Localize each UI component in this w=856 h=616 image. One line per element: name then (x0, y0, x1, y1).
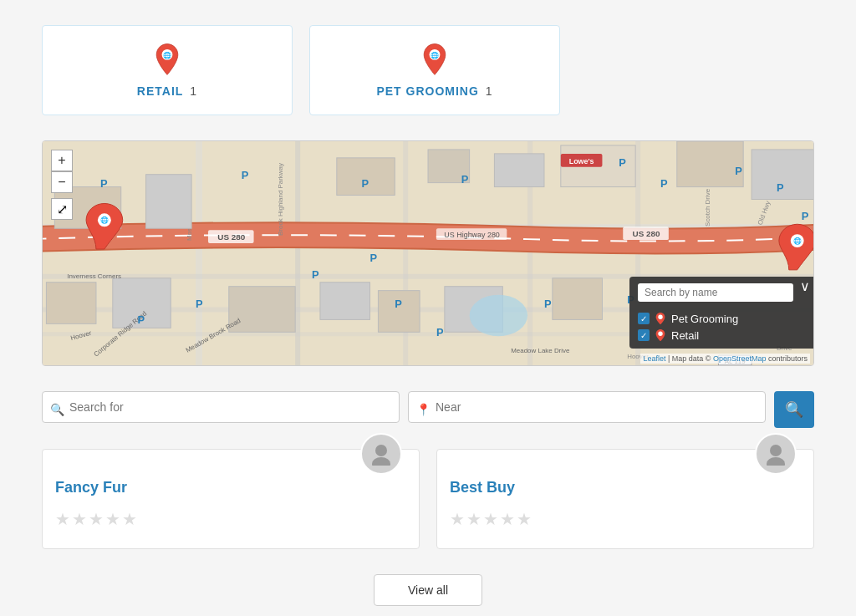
svg-text:P: P (196, 298, 203, 310)
pet-grooming-pin-icon: 🌐 (418, 43, 451, 76)
category-card-retail[interactable]: 🌐 RETAIL 1 (42, 25, 293, 115)
svg-rect-7 (295, 141, 300, 365)
legend-check-pet-grooming (638, 313, 650, 324)
view-all-button[interactable]: View all (374, 574, 482, 606)
pet-grooming-count: 1 (486, 84, 493, 98)
svg-text:P: P (242, 169, 249, 181)
map-background: US 280 US Highway 280 US 280 Brook Highl… (43, 141, 813, 365)
legend-item-pet-grooming[interactable]: Pet Grooming (638, 312, 805, 325)
retail-label-text: RETAIL (137, 84, 184, 98)
fancy-fur-avatar (360, 433, 402, 475)
svg-text:P: P (362, 177, 369, 190)
svg-text:P: P (461, 173, 469, 186)
svg-text:Inverness Corners: Inverness Corners (67, 272, 121, 280)
osm-link[interactable]: OpenStreetMap (713, 354, 767, 363)
zoom-out-button[interactable]: − (51, 171, 73, 193)
legend-pin-pet-grooming (655, 312, 666, 325)
best-buy-avatar-icon (764, 442, 787, 466)
svg-text:US 280: US 280 (633, 229, 661, 238)
search-go-icon: 🔍 (785, 400, 803, 419)
svg-text:P: P (100, 177, 108, 190)
fancy-fur-star-3: ★ (89, 509, 104, 529)
svg-text:🌐: 🌐 (431, 51, 439, 59)
fullscreen-button[interactable]: ⤢ (51, 198, 73, 220)
svg-text:Scotch Drive: Scotch Drive (704, 188, 711, 227)
fancy-fur-avatar-icon (369, 442, 393, 466)
svg-text:P: P (436, 326, 444, 339)
fancy-fur-stars: ★ ★ ★ ★ ★ (55, 509, 406, 529)
page-container: 🌐 RETAIL 1 🌐 PET GROOMING 1 (17, 17, 839, 616)
svg-rect-30 (677, 141, 743, 187)
near-input[interactable] (408, 391, 766, 423)
fancy-fur-star-4: ★ (105, 509, 120, 529)
best-buy-name[interactable]: Best Buy (450, 479, 801, 496)
fullscreen-icon: ⤢ (57, 201, 68, 217)
svg-rect-34 (46, 283, 96, 324)
svg-point-74 (658, 332, 662, 336)
svg-text:🌐: 🌐 (793, 237, 802, 245)
legend-pin-retail (655, 328, 666, 342)
category-cards: 🌐 RETAIL 1 🌐 PET GROOMING 1 (17, 17, 839, 124)
svg-text:P: P (802, 210, 809, 222)
legend-label-retail: Retail (671, 329, 699, 342)
svg-text:P: P (660, 177, 668, 190)
svg-point-73 (658, 315, 662, 319)
view-all-wrap: View all (17, 566, 839, 616)
legend-items: Pet Grooming Retail (629, 308, 813, 349)
search-input[interactable] (42, 391, 400, 423)
svg-text:US Highway 280: US Highway 280 (444, 231, 499, 239)
svg-text:P: P (370, 252, 378, 264)
svg-text:🌐: 🌐 (163, 51, 171, 59)
best-buy-star-4: ★ (500, 509, 515, 529)
svg-rect-6 (196, 141, 202, 365)
best-buy-avatar (755, 433, 797, 475)
fancy-fur-star-1: ★ (55, 509, 70, 529)
svg-text:P: P (544, 298, 552, 310)
retail-label: RETAIL 1 (137, 84, 197, 98)
svg-text:Lowe's: Lowe's (569, 157, 594, 165)
svg-rect-36 (229, 287, 295, 333)
svg-text:P: P (395, 298, 402, 310)
best-buy-stars: ★ ★ ★ ★ ★ (450, 509, 801, 529)
fancy-fur-name[interactable]: Fancy Fur (55, 479, 406, 496)
svg-text:P: P (619, 156, 626, 169)
zoom-in-button[interactable]: + (51, 150, 73, 171)
map-legend: ∨ Pet Grooming (629, 277, 813, 349)
svg-text:Meadow Lake Drive: Meadow Lake Drive (511, 347, 570, 354)
svg-rect-25 (146, 175, 192, 229)
listing-card-fancy-fur: Fancy Fur ★ ★ ★ ★ ★ (42, 449, 420, 549)
near-input-wrap: 📍 (408, 391, 766, 428)
svg-rect-28 (494, 154, 544, 187)
svg-point-75 (375, 445, 387, 456)
svg-point-78 (767, 457, 785, 466)
legend-collapse-button[interactable]: ∨ (800, 278, 810, 294)
leaflet-link[interactable]: Leaflet (643, 354, 665, 363)
svg-text:Brook Highland Parkway: Brook Highland Parkway (277, 163, 284, 236)
best-buy-star-3: ★ (483, 509, 498, 529)
search-bar: 🔍 📍 🔍 (17, 383, 839, 436)
svg-text:P: P (777, 181, 784, 194)
location-icon: 📍 (416, 403, 431, 416)
legend-item-retail[interactable]: Retail (638, 328, 805, 342)
svg-rect-37 (320, 283, 370, 320)
best-buy-star-5: ★ (517, 509, 532, 529)
best-buy-star-2: ★ (466, 509, 482, 529)
fancy-fur-star-5: ★ (122, 509, 137, 529)
legend-search-wrap (629, 277, 813, 308)
retail-pin-icon: 🌐 (150, 43, 184, 76)
listings: Fancy Fur ★ ★ ★ ★ ★ Best Buy ★ ★ ★ ★ (17, 449, 839, 549)
map-controls: + − (51, 150, 73, 193)
legend-label-pet-grooming: Pet Grooming (671, 313, 738, 325)
retail-count: 1 (190, 84, 197, 98)
best-buy-star-1: ★ (450, 509, 465, 529)
svg-point-41 (470, 295, 527, 337)
svg-text:P: P (312, 268, 319, 281)
svg-rect-40 (553, 278, 603, 320)
pet-grooming-label-text: PET GROOMING (376, 84, 478, 98)
svg-point-76 (372, 457, 390, 466)
search-go-button[interactable]: 🔍 (774, 391, 814, 428)
category-card-pet-grooming[interactable]: 🌐 PET GROOMING 1 (309, 25, 560, 115)
svg-point-77 (770, 445, 782, 456)
map-container[interactable]: US 280 US Highway 280 US 280 Brook Highl… (42, 140, 814, 366)
legend-search-input[interactable] (638, 283, 793, 302)
